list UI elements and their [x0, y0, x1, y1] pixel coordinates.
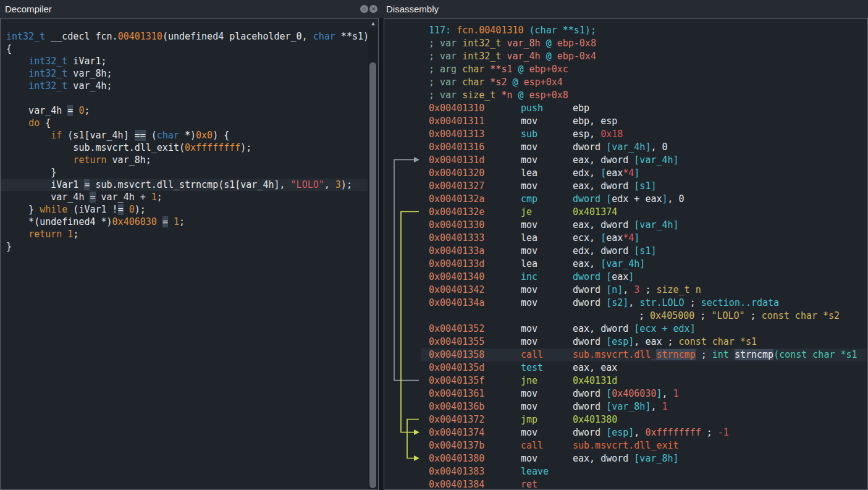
asm-address: 0x0040135d — [429, 361, 521, 374]
asm-line[interactable]: 0x00401361movdword [0x406030], 1 — [385, 387, 867, 400]
disassembly-panel: 117: fcn.00401310 (char **s1);; var int3… — [384, 18, 868, 490]
asm-comment-line[interactable]: ; var int32_t var_8h @ ebp-0x8 — [385, 37, 867, 50]
asm-address: 0x0040132a — [429, 193, 521, 206]
decompiler-line[interactable]: } while (iVar1 != 0); — [1, 203, 368, 216]
asm-mnemonic: jmp — [521, 413, 573, 426]
decompiler-line[interactable]: return 1; — [1, 228, 368, 240]
asm-comment-line[interactable]: 117: fcn.00401310 (char **s1); — [385, 24, 867, 37]
asm-line[interactable]: 0x0040132acmpdword [edx + eax], 0 — [385, 193, 867, 206]
decompiler-line[interactable]: sub.msvcrt.dll_exit(0xffffffff); — [1, 142, 368, 154]
asm-line[interactable]: 0x0040137bcallsub.msvcrt.dll_exit — [385, 439, 867, 452]
asm-line[interactable]: 0x00401330moveax, dword [var_4h] — [385, 219, 867, 232]
asm-line[interactable]: 0x0040133dleaeax, [var_4h] — [385, 258, 867, 271]
asm-address: 0x00401355 — [429, 336, 521, 348]
asm-comment-line[interactable]: ; 0x405000 ; "LOLO" ; const char *s2 — [385, 310, 867, 323]
asm-address: 0x00401352 — [429, 323, 521, 336]
decompiler-line[interactable]: var_4h = 0; — [1, 104, 368, 117]
decompiler-code[interactable]: int32_t __cdecl fcn.00401310(undefined4 … — [1, 19, 368, 489]
asm-address: 0x00401310 — [429, 102, 521, 115]
asm-mnemonic: mov — [521, 297, 573, 310]
asm-mnemonic: mov — [521, 400, 573, 413]
decompiler-line[interactable]: var_4h = var_4h + 1; — [1, 191, 368, 203]
float-icon[interactable]: ◇ — [360, 5, 368, 13]
decompiler-line[interactable]: int32_t var_4h; — [1, 80, 368, 92]
asm-mnemonic: inc — [521, 271, 573, 284]
decompiler-line[interactable] — [1, 92, 368, 104]
asm-address: 0x00401384 — [429, 478, 521, 489]
asm-line[interactable]: 0x00401327moveax, dword [s1] — [385, 180, 867, 193]
decompiler-line[interactable]: return var_8h; — [1, 154, 368, 166]
asm-address: 0x00401374 — [429, 426, 521, 439]
asm-line[interactable]: 0x0040135dtesteax, eax — [385, 361, 867, 374]
decompiler-panel: int32_t __cdecl fcn.00401310(undefined4 … — [0, 18, 379, 490]
asm-line[interactable]: 0x0040133amovedx, dword [s1] — [385, 245, 867, 258]
asm-address: 0x00401313 — [429, 128, 521, 141]
decompiler-line[interactable]: if (s1[var_4h] == (char *)0x0) { — [1, 129, 368, 142]
asm-address: 0x0040133d — [429, 258, 521, 271]
asm-line[interactable]: 0x00401340incdword [eax] — [385, 271, 867, 284]
asm-address: 0x00401340 — [429, 271, 521, 284]
decompiler-line[interactable]: *(undefined4 *)0x406030 = 1; — [1, 216, 368, 228]
asm-address: 0x00401330 — [429, 219, 521, 232]
asm-mnemonic: mov — [521, 284, 573, 297]
asm-line[interactable]: 0x00401342movdword [n], 3 ; size_t n — [385, 284, 867, 297]
disassembly-code[interactable]: 117: fcn.00401310 (char **s1);; var int3… — [385, 19, 867, 489]
asm-comment-line[interactable]: ; var int32_t var_4h @ ebp-0x4 — [385, 50, 867, 63]
asm-address: 0x00401342 — [429, 284, 521, 297]
asm-mnemonic: sub — [521, 128, 573, 141]
asm-mnemonic: je — [521, 206, 573, 219]
asm-address: 0x00401316 — [429, 141, 521, 154]
asm-comment-line[interactable]: ; var char *s2 @ esp+0x4 — [385, 76, 867, 89]
asm-line[interactable]: 0x00401313subesp, 0x18 — [385, 128, 867, 141]
disassembly-panel-title: Disassembly — [386, 0, 439, 18]
asm-line[interactable]: 0x0040135fjne0x40131d — [385, 374, 867, 387]
asm-mnemonic: lea — [521, 232, 573, 245]
asm-line[interactable]: 0x00401310pushebp — [385, 102, 867, 115]
asm-line[interactable]: 0x00401358callsub.msvcrt.dll_strncmp ; i… — [385, 348, 867, 361]
asm-line[interactable]: 0x00401355movdword [esp], eax ; const ch… — [385, 336, 867, 348]
asm-address: 0x00401372 — [429, 413, 521, 426]
asm-line[interactable]: 0x00401320leaedx, [eax*4] — [385, 167, 867, 180]
asm-line[interactable]: 0x00401333leaecx, [eax*4] — [385, 232, 867, 245]
decompiler-line[interactable]: int32_t iVar1; — [1, 55, 368, 67]
decompiler-scrollbar[interactable]: ▲ — [368, 19, 378, 489]
asm-line[interactable]: 0x0040134amovdword [s2], str.LOLO ; sect… — [385, 297, 867, 310]
asm-comment-line[interactable]: ; arg char **s1 @ ebp+0xc — [385, 63, 867, 76]
asm-mnemonic: lea — [521, 258, 573, 271]
decompiler-line[interactable]: do { — [1, 117, 368, 129]
asm-address: 0x0040132e — [429, 206, 521, 219]
app-window: { "colors": { "window_bg": "#16191d", "t… — [0, 0, 868, 490]
asm-line[interactable]: 0x00401383leave — [385, 465, 867, 478]
decompiler-line[interactable]: int32_t var_8h; — [1, 67, 368, 80]
asm-address: 0x00401311 — [429, 115, 521, 128]
asm-mnemonic: test — [521, 361, 573, 374]
asm-address: 0x00401333 — [429, 232, 521, 245]
asm-comment-line[interactable]: ; var size_t *n @ esp+0x8 — [385, 89, 867, 102]
asm-mnemonic: call — [521, 439, 573, 452]
decompiler-line[interactable]: { — [1, 43, 368, 55]
scroll-up-icon[interactable]: ▲ — [368, 19, 378, 28]
decompiler-line[interactable]: int32_t __cdecl fcn.00401310(undefined4 … — [1, 30, 368, 43]
dock-title-strip: Decompiler ◇ ✕ Disassembly — [0, 0, 868, 18]
asm-address: 0x00401361 — [429, 387, 521, 400]
asm-line[interactable]: 0x0040132eje0x401374 — [385, 206, 867, 219]
asm-line[interactable]: 0x00401372jmp0x401380 — [385, 413, 867, 426]
asm-line[interactable]: 0x0040131dmoveax, dword [var_4h] — [385, 154, 867, 167]
asm-address: 0x00401380 — [429, 452, 521, 465]
asm-line[interactable]: 0x00401311movebp, esp — [385, 115, 867, 128]
scrollbar-thumb[interactable] — [369, 62, 376, 488]
asm-line[interactable]: 0x00401380moveax, dword [var_8h] — [385, 452, 867, 465]
asm-line[interactable]: 0x00401316movdword [var_4h], 0 — [385, 141, 867, 154]
asm-mnemonic: push — [521, 102, 573, 115]
asm-mnemonic: cmp — [521, 193, 573, 206]
asm-line[interactable]: 0x0040136bmovdword [var_8h], 1 — [385, 400, 867, 413]
decompiler-current-line[interactable]: iVar1 = sub.msvcrt.dll_strncmp(s1[var_4h… — [1, 179, 368, 191]
scrollbar-track[interactable] — [368, 28, 378, 489]
decompiler-line[interactable]: } — [1, 166, 368, 179]
decompiler-line[interactable]: } — [1, 240, 368, 253]
close-icon[interactable]: ✕ — [369, 5, 377, 13]
asm-line[interactable]: 0x00401352moveax, dword [ecx + edx] — [385, 323, 867, 336]
asm-line[interactable]: 0x00401374movdword [esp], 0xffffffff ; -… — [385, 426, 867, 439]
asm-line[interactable]: 0x00401384ret — [385, 478, 867, 489]
asm-address: 0x0040133a — [429, 245, 521, 258]
